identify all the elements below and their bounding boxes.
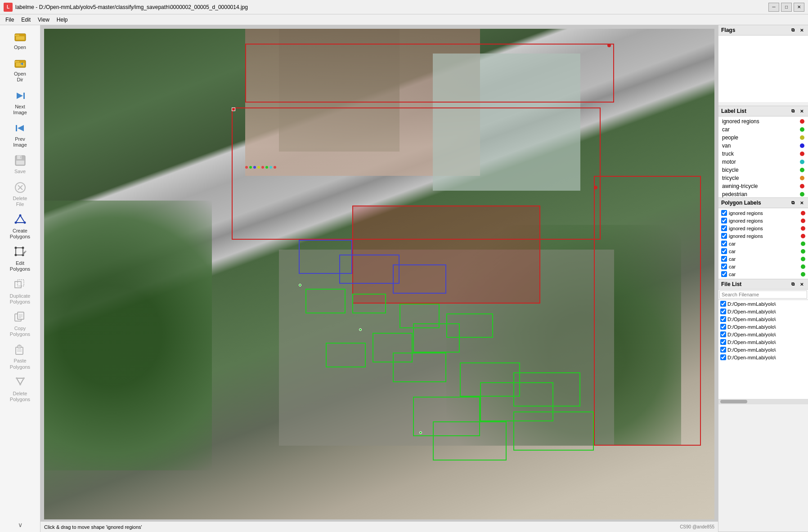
minimize-button[interactable]: ─: [768, 3, 779, 12]
file-list-item[interactable]: D:/Open-mmLab/yolo\: [718, 323, 808, 331]
file-list-item[interactable]: D:/Open-mmLab/yolo\: [718, 338, 808, 346]
file-list-item[interactable]: D:/Open-mmLab/yolo\: [718, 300, 808, 308]
create-polygons-button[interactable]: CreatePolygons: [2, 210, 38, 242]
file-item-text: D:/Open-mmLab/yolo\: [727, 355, 776, 360]
polygon-label-name: ignored regions: [729, 226, 763, 231]
save-label: Save: [14, 169, 26, 174]
poly-dot: [801, 211, 805, 215]
polygon-label-checkbox[interactable]: [721, 256, 727, 262]
polygon-labels-restore-btn[interactable]: ⧉: [789, 199, 796, 206]
label-list-item[interactable]: car: [718, 125, 808, 134]
label-list-restore-btn[interactable]: ⧉: [789, 107, 796, 115]
copy-polygons-label: CopyPolygons: [10, 326, 30, 337]
flags-restore-btn[interactable]: ⧉: [789, 27, 796, 34]
svg-marker-6: [17, 93, 23, 99]
poly-dot: [801, 226, 805, 231]
menu-file[interactable]: File: [2, 16, 18, 24]
open-button[interactable]: Open: [2, 27, 38, 53]
maximize-button[interactable]: □: [781, 3, 792, 12]
svg-point-20: [14, 221, 17, 224]
label-list-item[interactable]: awning-tricycle: [718, 182, 808, 190]
duplicate-polygons-button[interactable]: DuplicatePolygons: [2, 276, 38, 307]
polygon-label-checkbox[interactable]: [721, 248, 727, 254]
file-list-item[interactable]: D:/Open-mmLab/yolo\: [718, 353, 808, 361]
paste-polygons-button[interactable]: PastePolygons: [2, 340, 38, 372]
label-list-close-btn[interactable]: ✕: [798, 107, 805, 115]
delete-polygons-icon: [13, 376, 27, 390]
label-dot: [800, 143, 804, 148]
label-list-item[interactable]: pedestrian: [718, 190, 808, 197]
file-list-close-btn[interactable]: ✕: [798, 281, 805, 288]
polygon-label-item: car: [718, 247, 808, 255]
image-container[interactable]: [44, 29, 714, 519]
flags-close-btn[interactable]: ✕: [798, 27, 805, 34]
polygon-label-checkbox[interactable]: [721, 218, 727, 224]
polygon-label-name: ignored regions: [729, 218, 763, 224]
svg-rect-13: [20, 156, 21, 158]
file-list-restore-btn[interactable]: ⧉: [789, 281, 796, 288]
copy-polygons-button[interactable]: CopyPolygons: [2, 308, 38, 340]
polygon-label-checkbox[interactable]: [721, 233, 727, 239]
save-button[interactable]: Save: [2, 151, 38, 177]
label-list-item[interactable]: truck: [718, 150, 808, 158]
file-search-input[interactable]: [719, 291, 807, 299]
file-checkbox[interactable]: [720, 347, 726, 353]
file-item-text: D:/Open-mmLab/yolo\: [727, 340, 776, 345]
polygon-label-checkbox[interactable]: [721, 210, 727, 216]
file-checkbox[interactable]: [720, 354, 726, 360]
polygon-label-checkbox[interactable]: [721, 271, 727, 277]
close-button[interactable]: ✕: [794, 3, 804, 12]
label-list-item[interactable]: ignored regions: [718, 117, 808, 125]
label-list-item[interactable]: people: [718, 134, 808, 142]
file-item-text: D:/Open-mmLab/yolo\: [727, 317, 776, 322]
file-checkbox[interactable]: [720, 308, 726, 314]
polygon-label-checkbox[interactable]: [721, 225, 727, 231]
coords-text: CS90 @ande855: [680, 524, 714, 529]
label-list-content: ignored regionscarpeoplevantruckmotorbic…: [718, 116, 808, 197]
duplicate-polygons-icon: [13, 278, 27, 292]
canvas-area[interactable]: Click & drag to move shape 'ignored regi…: [40, 25, 718, 532]
label-list-controls: ⧉ ✕: [789, 107, 805, 115]
polygon-label-checkbox[interactable]: [721, 241, 727, 246]
file-checkbox[interactable]: [720, 339, 726, 345]
main-layout: Open OpenDir NextImage: [0, 25, 808, 532]
label-list-item[interactable]: tricycle: [718, 174, 808, 182]
polygon-label-item: car: [718, 255, 808, 263]
file-checkbox[interactable]: [720, 324, 726, 330]
polygon-labels-close-btn[interactable]: ✕: [798, 199, 805, 206]
label-list-item[interactable]: motor: [718, 158, 808, 166]
collapse-arrow[interactable]: ∨: [18, 521, 22, 528]
scrollbar-thumb-h[interactable]: [720, 400, 747, 403]
window-controls: ─ □ ✕: [768, 3, 804, 12]
menu-help[interactable]: Help: [53, 16, 72, 24]
prev-image-label: PrevImage: [13, 136, 27, 148]
file-list-item[interactable]: D:/Open-mmLab/yolo\: [718, 346, 808, 353]
menu-view[interactable]: View: [34, 16, 53, 24]
delete-file-button[interactable]: DeleteFile: [2, 178, 38, 210]
delete-polygons-button[interactable]: DeletePolygons: [2, 373, 38, 405]
file-scrollbar-horizontal[interactable]: [718, 399, 808, 404]
next-image-button[interactable]: NextImage: [2, 86, 38, 118]
open-dir-label: OpenDir: [14, 71, 26, 83]
polygon-label-item: car: [718, 270, 808, 278]
menu-edit[interactable]: Edit: [18, 16, 34, 24]
prev-image-button[interactable]: PrevImage: [2, 119, 38, 150]
label-list-item[interactable]: van: [718, 142, 808, 150]
edit-polygons-button[interactable]: EditPolygons: [2, 243, 38, 274]
file-checkbox[interactable]: [720, 316, 726, 322]
poly-dot: [801, 234, 805, 238]
label-list-item[interactable]: bicycle: [718, 166, 808, 174]
file-checkbox[interactable]: [720, 301, 726, 307]
file-list-header: File List ⧉ ✕: [718, 279, 808, 290]
file-list-item[interactable]: D:/Open-mmLab/yolo\: [718, 331, 808, 338]
file-list-item[interactable]: D:/Open-mmLab/yolo\: [718, 315, 808, 323]
file-checkbox[interactable]: [720, 331, 726, 337]
poly-dot: [801, 249, 805, 254]
polygon-label-checkbox[interactable]: [721, 264, 727, 269]
svg-point-42: [23, 377, 25, 379]
open-dir-button[interactable]: OpenDir: [2, 54, 38, 85]
file-list-item[interactable]: D:/Open-mmLab/yolo\: [718, 308, 808, 315]
svg-point-22: [14, 247, 17, 249]
label-dot: [800, 119, 804, 124]
svg-rect-35: [18, 344, 20, 346]
